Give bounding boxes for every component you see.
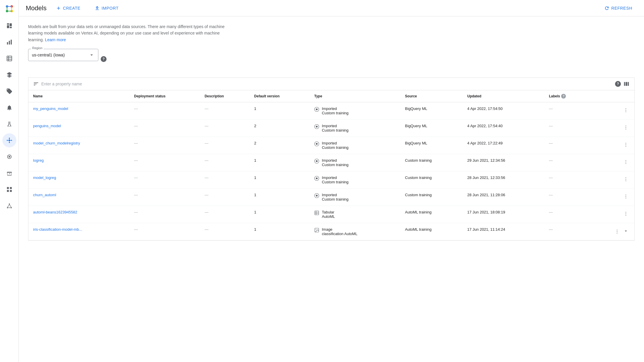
region-help-icon[interactable]: ?	[101, 56, 107, 62]
cell-labels: —	[544, 189, 590, 206]
cell-description: —	[200, 223, 249, 240]
cell-name[interactable]: penguins_model	[28, 120, 129, 137]
cell-type: Imported Custom training	[309, 120, 400, 137]
sidebar-item-data[interactable]	[2, 51, 16, 65]
row-more-button[interactable]	[613, 228, 621, 235]
cell-name[interactable]: logreg	[28, 154, 129, 171]
filter-icon	[33, 81, 39, 87]
cell-updated: 4 Apr 2022, 17:22:49	[463, 137, 544, 154]
filter-help-icon[interactable]: ?	[615, 81, 621, 87]
cell-updated: 28 Jun 2021, 11:28:06	[463, 189, 544, 206]
labels-help-icon[interactable]: ?	[561, 94, 566, 99]
type-icon	[314, 210, 319, 216]
type-icon	[314, 158, 319, 165]
cell-labels: —	[544, 171, 590, 189]
cell-name[interactable]: churn_automl	[28, 189, 129, 206]
cell-actions	[590, 120, 634, 135]
cell-source: Custom training	[400, 171, 463, 189]
svg-point-52	[626, 162, 626, 162]
cell-type: Imported Custom training	[309, 102, 400, 120]
cell-actions	[590, 102, 634, 118]
columns-icon[interactable]	[623, 81, 630, 87]
cell-type: Imported Custom training	[309, 137, 400, 154]
app-logo	[4, 4, 15, 14]
svg-line-31	[7, 204, 9, 207]
sidebar-item-artifacts[interactable]	[2, 166, 16, 180]
learn-more-link[interactable]: Learn more	[45, 37, 66, 42]
svg-point-21	[9, 142, 10, 143]
svg-point-51	[626, 160, 626, 161]
row-more-button[interactable]	[622, 158, 630, 166]
cell-updated: 17 Jun 2021, 18:08:19	[463, 206, 544, 223]
col-labels: Labels ?	[544, 90, 590, 102]
svg-rect-12	[7, 42, 8, 44]
sidebar	[0, 0, 19, 362]
cell-type: Image classification AutoML	[309, 223, 400, 240]
cell-type: Imported Custom training	[309, 171, 400, 189]
cell-type: Tabular AutoML	[309, 206, 400, 223]
cell-labels: —	[544, 120, 590, 137]
row-more-button[interactable]	[622, 210, 630, 218]
cell-description: —	[200, 206, 249, 223]
cell-default-version: 1	[249, 189, 309, 206]
svg-rect-11	[9, 27, 11, 28]
cell-updated: 29 Jun 2021, 12:34:56	[463, 154, 544, 171]
svg-point-41	[626, 126, 626, 126]
sidebar-item-models[interactable]	[2, 133, 16, 147]
col-name: Name	[28, 90, 129, 102]
cell-deployment: —	[129, 223, 200, 240]
region-select[interactable]: us-central1 (Iowa)	[28, 49, 98, 61]
region-selector-row: Region us-central1 (Iowa) ?	[28, 49, 635, 69]
cell-name[interactable]: automl-beans1623945582	[28, 206, 129, 223]
cell-actions	[590, 189, 634, 204]
refresh-icon	[604, 6, 609, 11]
svg-point-68	[626, 212, 626, 213]
cell-description: —	[200, 154, 249, 171]
sidebar-item-features[interactable]	[2, 182, 16, 196]
sidebar-item-experiments[interactable]	[2, 117, 16, 131]
sidebar-item-endpoints[interactable]	[2, 150, 16, 164]
row-more-button[interactable]	[622, 175, 630, 183]
svg-point-48	[626, 146, 626, 146]
sidebar-item-notifications[interactable]	[2, 101, 16, 115]
row-more-button[interactable]	[622, 124, 630, 131]
cell-description: —	[200, 102, 249, 120]
type-icon	[314, 193, 319, 199]
col-updated: Updated	[463, 90, 544, 102]
row-expand-button[interactable]	[622, 227, 630, 236]
svg-point-36	[626, 108, 626, 109]
cell-name[interactable]: iris-classification-model-mb...	[28, 223, 129, 240]
svg-point-35	[316, 108, 318, 110]
sidebar-item-pipelines[interactable]	[2, 68, 16, 82]
table-header-row: Name Deployment status Description Defau…	[28, 90, 634, 102]
svg-point-38	[626, 111, 626, 112]
cell-name[interactable]: model_churn_modelregistry	[28, 137, 129, 154]
row-more-button[interactable]	[622, 106, 630, 114]
svg-point-72	[316, 229, 316, 230]
cell-deployment: —	[129, 171, 200, 189]
cell-source: AutoML training	[400, 206, 463, 223]
cell-deployment: —	[129, 137, 200, 154]
cell-labels: —	[544, 102, 590, 120]
svg-point-23	[11, 140, 12, 141]
sidebar-item-labels[interactable]	[2, 84, 16, 98]
type-icon	[314, 227, 319, 234]
cell-actions	[590, 206, 634, 222]
table-row: logreg — — 1 Imported Custom training Cu…	[28, 154, 634, 171]
cell-deployment: —	[129, 154, 200, 171]
row-more-button[interactable]	[622, 193, 630, 200]
cell-deployment: —	[129, 120, 200, 137]
cell-name[interactable]: model_logreg	[28, 171, 129, 189]
cell-name[interactable]: my_penguins_model	[28, 102, 129, 120]
filter-input[interactable]	[41, 82, 613, 86]
svg-point-37	[626, 110, 626, 111]
row-more-button[interactable]	[622, 141, 630, 149]
create-button[interactable]: CREATE	[51, 3, 85, 13]
sidebar-item-matching-engine[interactable]	[2, 199, 16, 213]
page-header: Models CREATE IMPORT REFRESH	[19, 0, 644, 16]
main-content: Models CREATE IMPORT REFRESH Models are …	[19, 0, 644, 362]
sidebar-item-analytics[interactable]	[2, 35, 16, 49]
refresh-button[interactable]: REFRESH	[600, 3, 637, 13]
sidebar-item-dashboard[interactable]	[2, 19, 16, 33]
import-button[interactable]: IMPORT	[90, 3, 123, 13]
